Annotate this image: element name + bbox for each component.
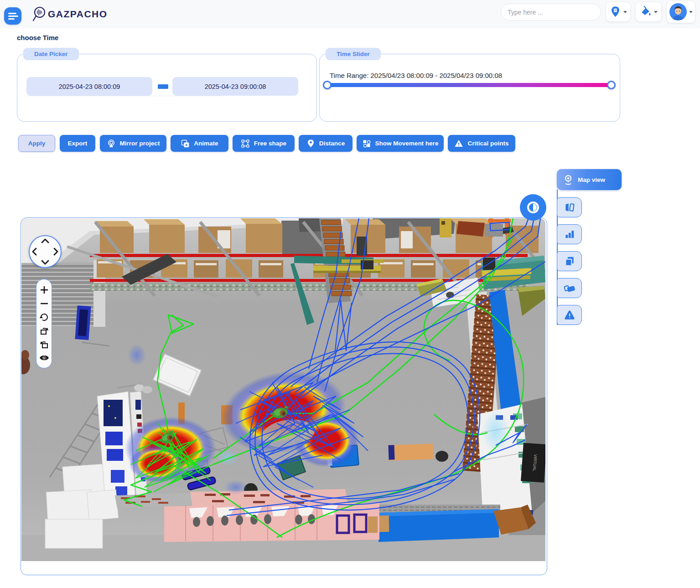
zoom-in-button[interactable] (39, 285, 49, 295)
reset-rotation-button[interactable] (39, 312, 49, 322)
critical-points-button[interactable]: Critical points (448, 135, 515, 152)
rotate-left-button[interactable] (39, 326, 49, 336)
logo-icon (31, 5, 48, 23)
copy-icon (564, 255, 576, 267)
search-input[interactable] (501, 4, 601, 21)
time-slider-card: Time Slider Time Range: 2025/04/23 08:00… (319, 54, 620, 122)
pan-up-icon (42, 239, 48, 242)
slider-handle-start[interactable] (323, 81, 332, 89)
sidebar-alerts-button[interactable] (557, 305, 582, 325)
start-date-field[interactable]: 2025-04-23 08:00:09 (26, 77, 152, 96)
logo-text: GAZPACHO (48, 9, 108, 20)
divider (26, 96, 222, 96)
free-shape-icon (241, 139, 250, 148)
free-shape-button[interactable]: Free shape (233, 135, 295, 152)
pan-control[interactable] (29, 235, 62, 268)
view-history-button[interactable] (39, 353, 50, 362)
animate-icon (181, 139, 190, 148)
zoom-out-button[interactable] (39, 299, 49, 309)
location-menu-button[interactable] (606, 2, 630, 21)
paint-bucket-icon (639, 5, 652, 18)
map-view-icon (563, 174, 573, 185)
sidebar-statistics-button[interactable] (557, 224, 582, 244)
map-view-button[interactable]: Map view (557, 169, 622, 190)
date-picker-card: Date Picker 2025-04-23 08:00:09 2025-04-… (17, 54, 317, 122)
mirror-beacon-icon (107, 139, 116, 148)
time-slider-track[interactable] (327, 83, 613, 87)
map-panel: VIRTUAL (21, 217, 547, 575)
slider-handle-end[interactable] (607, 81, 616, 89)
location-pin-icon (609, 5, 622, 19)
user-menu-button[interactable] (667, 1, 695, 23)
caret-down-icon (623, 11, 627, 13)
date-picker-label: Date Picker (23, 48, 79, 60)
sidebar-flip-view-button[interactable] (557, 197, 582, 217)
mirror-project-button[interactable]: Mirror project (100, 135, 166, 152)
choose-time-heading: choose Time (17, 34, 58, 41)
pan-left-icon (33, 248, 36, 255)
contrast-toggle-button[interactable] (520, 194, 546, 221)
caret-down-icon (689, 11, 693, 13)
bar-chart-icon (564, 228, 576, 240)
contrast-icon (526, 201, 540, 214)
animate-button[interactable]: Animate (171, 135, 228, 152)
menu-button[interactable] (4, 7, 21, 25)
flip-page-icon (564, 201, 576, 213)
caret-down-icon (654, 11, 658, 13)
warehouse-3d-view[interactable]: VIRTUAL (21, 218, 545, 561)
warning-icon (454, 139, 463, 148)
header-bar: GAZPACHO (0, 0, 700, 28)
time-range-text: Time Range: 2025/04/23 08:00:09 - 2025/0… (330, 72, 502, 79)
user-avatar (669, 3, 687, 21)
pan-down-icon (42, 261, 48, 264)
sidebar-copy-button[interactable] (557, 251, 582, 271)
show-movement-button[interactable]: Show Movement here (357, 135, 444, 152)
export-button[interactable]: Export (60, 135, 95, 152)
distance-pin-icon (306, 139, 315, 148)
distance-button[interactable]: Distance (299, 135, 353, 152)
date-range-dash (158, 84, 168, 89)
warning-icon (564, 309, 576, 321)
theme-menu-button[interactable] (636, 2, 661, 21)
sidebar-camera-button[interactable] (557, 278, 582, 298)
map-tools (36, 279, 52, 368)
rotate-right-button[interactable] (39, 340, 49, 350)
pan-right-icon (54, 248, 57, 255)
end-date-field[interactable]: 2025-04-23 09:00:08 (172, 77, 298, 96)
time-slider-label: Time Slider (326, 48, 381, 60)
camera-icon (563, 282, 576, 294)
apply-button[interactable]: Apply (18, 135, 55, 152)
movement-grid-icon (362, 139, 371, 148)
menu-icon (8, 13, 16, 14)
